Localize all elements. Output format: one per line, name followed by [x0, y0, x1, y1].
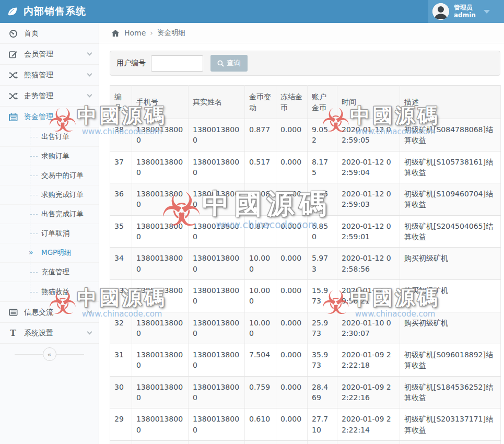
table-cell: 2020-01-10 19:56:21: [337, 279, 400, 312]
table-cell: 25.973: [308, 312, 337, 344]
sidebar-item-settings[interactable]: T 系统设置: [0, 323, 99, 344]
active-marker-icon: »: [29, 248, 33, 256]
chevron-down-icon: [87, 72, 92, 77]
table-cell: 27.100: [308, 440, 337, 444]
top-header: 内部销售系统 管理员 admin: [0, 0, 504, 23]
user-id-input[interactable]: [151, 55, 203, 72]
breadcrumb: Home › 资金明细: [99, 23, 504, 43]
table-row: 3513800138000138001380000.8770.0006.8502…: [110, 215, 501, 248]
sidebar-collapse-button[interactable]: «: [43, 347, 56, 361]
table-cell: 初级矿机[S109460704]结算收益: [400, 183, 501, 216]
table-cell: 2020-01-12 02:58:56: [337, 248, 400, 280]
sidebar-item-panda[interactable]: 熊猫管理: [0, 65, 99, 86]
table-cell: 0.000: [276, 119, 308, 151]
submenu-item-label: 熊猫收益: [41, 287, 69, 297]
table-cell: 31: [110, 344, 132, 377]
dash-connector: [30, 214, 38, 215]
shuffle-icon: [8, 71, 18, 79]
column-header: 描述: [400, 86, 501, 119]
sidebar-item-messages[interactable]: 信息交流: [0, 302, 99, 323]
table-cell: 13800138000: [132, 408, 189, 441]
sidebar-item-label: 系统设置: [24, 329, 53, 338]
sidebar-item-members[interactable]: 会员管理: [0, 44, 99, 65]
table-header-row: 编号 手机号 真实姓名 金币变动 冻结金币 账户金币 时间 描述: [110, 86, 501, 119]
table-cell: 0.000: [276, 376, 308, 408]
table-cell: 34: [110, 248, 132, 280]
table-cell: 13800138000: [132, 119, 189, 151]
table-cell: 13800138000: [189, 248, 245, 280]
funds-table: 编号 手机号 真实姓名 金币变动 冻结金币 账户金币 时间 描述 3813800…: [110, 85, 501, 444]
breadcrumb-home[interactable]: Home: [124, 29, 146, 37]
submenu-item-label: 出售完成订单: [41, 209, 84, 219]
table-cell: 初级矿机[S105738161]结算收益: [400, 151, 501, 183]
table-cell: 2020-01-12 02:59:01: [337, 215, 400, 248]
submenu-item[interactable]: 交易中的订单: [0, 166, 99, 185]
table-cell: 0.000: [276, 408, 308, 441]
submenu-item[interactable]: »MGP明细: [0, 243, 99, 263]
table-row: 2813800138000138001380000.6100.00027.100…: [110, 440, 501, 444]
sidebar-collapse-row: «: [0, 344, 99, 365]
table-cell: 13800138000: [132, 151, 189, 183]
submenu-item-label: MGP明细: [41, 248, 71, 258]
user-info: 管理员 admin: [454, 4, 476, 19]
sidebar-item-trend[interactable]: 走势管理: [0, 86, 99, 107]
app-window: 内部销售系统 管理员 admin 首页 会员管理: [0, 0, 504, 444]
search-label: 用户编号: [116, 59, 146, 68]
table-body: 3813800138000138001380000.8770.0009.0522…: [110, 119, 501, 444]
submenu-item-label: 交易中的订单: [41, 171, 84, 180]
submenu-item[interactable]: 订单取消: [0, 224, 99, 243]
table-cell: 0.000: [276, 248, 308, 280]
table-row: 3113800138000138001380007.5040.00035.973…: [110, 344, 501, 377]
chevron-down-icon: [87, 330, 92, 335]
sidebar-item-label: 走势管理: [24, 91, 53, 101]
submenu-item[interactable]: 出售完成订单: [0, 205, 99, 224]
home-icon: [111, 29, 120, 37]
table-cell: 36: [110, 183, 132, 216]
table-cell: 13800138000: [189, 183, 245, 216]
table-cell: 0.000: [276, 279, 308, 312]
app-title: 内部销售系统: [24, 5, 86, 18]
submenu-item[interactable]: 熊猫收益: [0, 282, 99, 301]
table-row: 34138001380001380013800010.0000.0005.973…: [110, 248, 501, 280]
table-cell: 0.000: [276, 344, 308, 377]
table-cell: 初级矿机[S203137171]结算收益: [400, 408, 501, 441]
table-cell: 初级矿机[S096018892]结算收益: [400, 344, 501, 377]
table-cell: 29: [110, 408, 132, 441]
sidebar: 首页 会员管理 熊猫管理 走势管理 资: [0, 23, 99, 444]
table-cell: 初级矿机[S084788068]结算收益: [400, 119, 501, 151]
dash-connector: [30, 292, 38, 293]
table-cell: 0.877: [245, 215, 276, 248]
table-cell: 13800138000: [132, 440, 189, 444]
table-cell: 28: [110, 440, 132, 444]
sidebar-item-funds[interactable]: 资金管理: [0, 107, 99, 127]
user-menu[interactable]: 管理员 admin: [428, 0, 504, 23]
table-cell: 初级矿机[S204504065]结算收益: [400, 440, 501, 444]
submenu-item[interactable]: 求购完成订单: [0, 185, 99, 205]
avatar: [432, 3, 449, 20]
table-cell: 30: [110, 376, 132, 408]
table-cell: 2020-01-12 02:59:03: [337, 183, 400, 216]
sidebar-item-home[interactable]: 首页: [0, 23, 99, 44]
submenu-item-label: 求购订单: [41, 151, 69, 161]
text-icon: T: [8, 329, 18, 337]
sidebar-item-label: 首页: [24, 29, 39, 38]
table-cell: 35.973: [308, 344, 337, 377]
table-cell: 9.052: [308, 119, 337, 151]
column-header: 手机号: [132, 86, 189, 119]
table-cell: 2020-01-09 22:22:18: [337, 344, 400, 377]
submenu-item[interactable]: 充值管理: [0, 263, 99, 282]
table-cell: 32: [110, 312, 132, 344]
table-cell: 2020-01-12 02:59:05: [337, 119, 400, 151]
dash-connector: [30, 176, 38, 176]
table-cell: 13800138000: [189, 312, 245, 344]
table-cell: 13800138000: [189, 215, 245, 248]
submenu-item-label: 求购完成订单: [41, 190, 84, 200]
query-button[interactable]: 查询: [210, 55, 248, 72]
table-cell: 10.000: [245, 248, 276, 280]
search-panel: 用户编号 查询: [110, 51, 500, 76]
submenu-item[interactable]: 出售订单: [0, 127, 99, 147]
chevron-down-icon: [87, 92, 92, 98]
table-cell: 13800138000: [189, 151, 245, 183]
table-cell: 13800138000: [132, 215, 189, 248]
submenu-item[interactable]: 求购订单: [0, 147, 99, 166]
